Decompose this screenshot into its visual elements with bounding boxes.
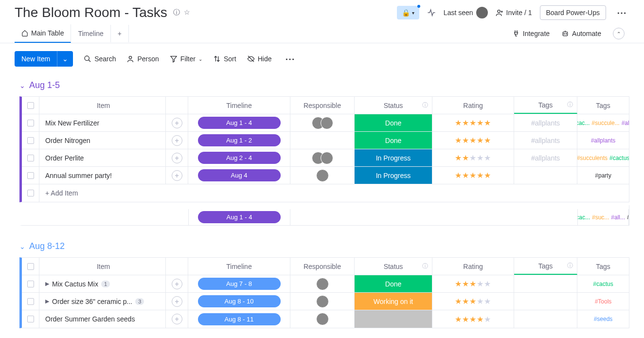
item-cell[interactable]: Order Summer Garden seeds [39, 310, 166, 328]
tags-cell-1[interactable] [514, 310, 577, 328]
column-rating[interactable]: Rating [432, 258, 514, 275]
tag[interactable]: #cactus [593, 281, 613, 287]
tags-cell-2[interactable]: #allplants [577, 132, 629, 149]
column-timeline[interactable]: Timeline [188, 258, 290, 275]
lock-button[interactable]: 🔒 ▾ [397, 6, 419, 19]
status-cell[interactable] [355, 310, 432, 328]
timeline-pill[interactable]: Aug 4 [198, 169, 281, 181]
add-update-button[interactable]: + [172, 153, 182, 163]
item-cell[interactable]: Mix New Fertilizer [39, 114, 166, 131]
column-tags-2[interactable]: Tags [577, 258, 629, 275]
tag[interactable]: #succule... [591, 120, 619, 126]
column-tags-1[interactable]: Tagsⓘ [514, 258, 577, 275]
tags-cell-1[interactable]: #allplants [514, 149, 577, 166]
info-icon[interactable]: ⓘ [422, 262, 428, 270]
responsible-cell[interactable] [290, 167, 355, 184]
timeline-pill[interactable]: Aug 2 - 4 [198, 152, 281, 164]
row-checkbox[interactable] [27, 190, 34, 196]
responsible-cell[interactable] [290, 149, 355, 166]
person-filter-button[interactable]: Person [126, 55, 159, 63]
responsible-cell[interactable] [290, 132, 355, 149]
tag[interactable]: #party [595, 172, 611, 179]
row-checkbox[interactable] [27, 316, 34, 322]
info-icon[interactable]: ⓘ [567, 262, 573, 270]
star-icon[interactable]: ☆ [184, 8, 190, 17]
new-item-button[interactable]: New Item ⌄ [15, 51, 73, 67]
status-cell[interactable]: Working on it [355, 293, 432, 310]
rating-cell[interactable]: ★★★★★ [455, 315, 491, 324]
status-cell[interactable]: In Progress [355, 149, 432, 166]
tag[interactable]: #suc... [592, 214, 609, 221]
integrate-button[interactable]: Integrate [512, 30, 550, 37]
responsible-cell[interactable] [290, 275, 355, 292]
column-item[interactable]: Item [39, 258, 166, 275]
row-checkbox[interactable] [27, 137, 34, 144]
column-timeline[interactable]: Timeline [188, 97, 290, 114]
tags-cell-2[interactable]: #cactus [577, 275, 629, 292]
responsible-cell[interactable] [290, 293, 355, 310]
toolbar-more-button[interactable]: ⋯ [282, 53, 298, 65]
timeline-pill[interactable]: Aug 8 - 10 [198, 295, 281, 307]
add-item-button[interactable]: + Add Item [39, 184, 629, 202]
timeline-pill[interactable]: Aug 1 - 2 [198, 134, 281, 146]
tags-cell-2[interactable]: #party [577, 167, 629, 184]
hide-button[interactable]: Hide [247, 55, 272, 63]
tag[interactable]: #allp [622, 120, 629, 126]
search-button[interactable]: Search [84, 55, 116, 63]
column-rating[interactable]: Rating [432, 97, 514, 114]
tags-cell-1[interactable] [514, 167, 577, 184]
tags-cell-1[interactable] [514, 275, 577, 292]
tags-cell-2[interactable]: #seeds [577, 310, 629, 328]
add-update-button[interactable]: + [172, 279, 182, 289]
status-cell[interactable]: In Progress [355, 167, 432, 184]
powerups-button[interactable]: Board Power-Ups [540, 5, 607, 20]
info-icon[interactable]: ⓘ [567, 101, 573, 109]
rating-cell[interactable]: ★★★★★ [455, 171, 491, 180]
tags-cell-2[interactable]: #succulents #cactus [577, 149, 629, 166]
tag[interactable]: #Tools [595, 298, 612, 305]
column-responsible[interactable]: Responsible [290, 258, 355, 275]
tab-main-table[interactable]: Main Table [15, 24, 71, 43]
chevron-down-icon[interactable]: ⌄ [19, 82, 25, 89]
status-cell[interactable]: Done [355, 114, 432, 131]
filter-button[interactable]: Filter ⌄ [170, 55, 202, 63]
column-tags-1[interactable]: Tagsⓘ [514, 97, 577, 114]
invite-button[interactable]: Invite / 1 [496, 9, 532, 17]
rating-cell[interactable]: ★★★★★ [455, 118, 491, 127]
column-responsible[interactable]: Responsible [290, 97, 355, 114]
add-update-button[interactable]: + [172, 296, 182, 307]
column-status[interactable]: Statusⓘ [355, 97, 432, 114]
add-update-button[interactable]: + [172, 314, 182, 324]
timeline-pill[interactable]: Aug 8 - 11 [198, 313, 281, 325]
chevron-down-icon[interactable]: ⌄ [57, 51, 73, 67]
add-update-button[interactable]: + [172, 118, 182, 128]
row-checkbox[interactable] [27, 120, 34, 126]
tags-cell-1[interactable] [514, 293, 577, 310]
rating-cell[interactable]: ★★★★★ [455, 297, 491, 306]
item-cell[interactable]: ▶ Mix Cactus Mix 1 [39, 275, 166, 292]
row-checkbox[interactable] [27, 155, 34, 161]
automate-button[interactable]: Automate [561, 30, 601, 37]
info-icon[interactable]: ⓘ [422, 101, 428, 109]
group-header[interactable]: ⌄ Aug 8-12 [19, 235, 629, 257]
row-checkbox[interactable] [27, 172, 34, 179]
tag[interactable]: #allplants [591, 137, 616, 144]
tag[interactable]: #cac... [577, 120, 590, 126]
item-cell[interactable]: Order Perlite [39, 149, 166, 166]
column-status[interactable]: Statusⓘ [355, 258, 432, 275]
add-update-button[interactable]: + [172, 170, 182, 181]
tab-add[interactable]: + [111, 25, 129, 42]
tag[interactable]: #cactus [609, 155, 629, 161]
last-seen-button[interactable]: Last seen [444, 7, 488, 18]
column-tags-2[interactable]: Tags [577, 97, 629, 114]
group-header[interactable]: ⌄ Aug 1-5 [19, 74, 629, 96]
add-update-button[interactable]: + [172, 135, 182, 146]
sort-button[interactable]: Sort [213, 55, 236, 63]
tags-cell-1[interactable]: #allplants [514, 114, 577, 131]
tag[interactable]: #all... [611, 214, 625, 221]
timeline-pill[interactable]: Aug 7 - 8 [198, 278, 281, 290]
responsible-cell[interactable] [290, 114, 355, 131]
tag[interactable]: #succulents [577, 155, 608, 161]
expand-icon[interactable]: ▶ [45, 281, 49, 287]
activity-icon[interactable] [427, 8, 436, 17]
